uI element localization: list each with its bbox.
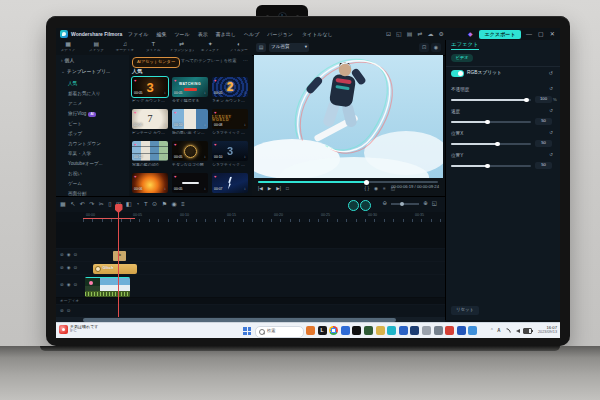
- template-card[interactable]: ♥00:06↓: [132, 173, 168, 195]
- template-card[interactable]: ♥300:05↓ ビッグ カウントダウン: [132, 77, 168, 102]
- project-title[interactable]: タイトルなし: [302, 32, 333, 37]
- heart-icon[interactable]: ♥: [134, 79, 136, 83]
- reset-icon[interactable]: ↺: [549, 109, 553, 113]
- marker-icon[interactable]: ⚑: [162, 201, 167, 207]
- camera-icon[interactable]: ◉: [431, 43, 441, 52]
- slider-handle[interactable]: [495, 142, 500, 147]
- reset-icon[interactable]: ↺: [549, 131, 553, 135]
- timeline-tracks[interactable]: ⊘ ◉ ⊙ fx ⊘ ◉ ⊙ Glitch ビデオ ⊘ ◉ ⊙: [56, 222, 445, 317]
- download-icon[interactable]: ↓: [244, 124, 246, 128]
- slider-track[interactable]: [451, 165, 531, 167]
- sidebar-item-pop[interactable]: ポップ: [68, 132, 82, 137]
- hide-icon[interactable]: ◉: [67, 283, 71, 287]
- heart-icon[interactable]: ♥: [134, 175, 136, 179]
- volume-icon[interactable]: ≡: [383, 187, 386, 192]
- slider-value[interactable]: 50: [535, 140, 552, 147]
- tab-effect-properties[interactable]: エフェクト: [451, 42, 479, 50]
- tab-transitions[interactable]: ⇄トランジション: [170, 40, 194, 53]
- stop-button[interactable]: □: [286, 187, 289, 192]
- sidebar-item-graduation[interactable]: 卒業・入学: [68, 152, 91, 157]
- lock-icon[interactable]: ⊘: [60, 309, 64, 313]
- reset-button[interactable]: リセット: [451, 306, 479, 315]
- wifi-icon[interactable]: [501, 327, 512, 338]
- undo-icon[interactable]: ↶: [80, 201, 85, 207]
- sync-icon[interactable]: ⇄: [417, 31, 422, 37]
- playhead-line[interactable]: [118, 205, 119, 317]
- lock-icon[interactable]: ⊘: [60, 266, 64, 270]
- sidebar-item-beat[interactable]: ビート: [68, 122, 82, 127]
- template-card[interactable]: ♥00:05↓: [172, 173, 208, 195]
- template-card[interactable]: ♥700:06↓ ビンテージ カウントダウン: [132, 109, 168, 134]
- ime-indicator[interactable]: A: [497, 329, 500, 334]
- app-icon-blue2[interactable]: [457, 326, 466, 335]
- volume-icon[interactable]: [516, 329, 520, 333]
- reset-icon[interactable]: ↺: [549, 153, 553, 157]
- zoom-slider[interactable]: [391, 203, 419, 205]
- more-options-icon[interactable]: ⋯: [243, 58, 248, 63]
- render-preview-icon[interactable]: [348, 200, 359, 211]
- preview-viewport[interactable]: [254, 55, 443, 178]
- download-icon[interactable]: ↓: [244, 156, 246, 160]
- app-icon-green[interactable]: [364, 326, 373, 335]
- heart-icon[interactable]: ♥: [174, 111, 176, 115]
- tab-titles[interactable]: Tタイトル: [141, 40, 165, 53]
- premium-icon[interactable]: ◆: [468, 31, 473, 37]
- close-button[interactable]: ✕: [550, 31, 555, 37]
- fullscreen-icon[interactable]: ◱: [391, 187, 395, 192]
- download-icon[interactable]: ↓: [164, 124, 166, 128]
- menu-help[interactable]: ヘルプ: [244, 32, 259, 37]
- tab-filters[interactable]: ◐フィルター: [227, 40, 251, 53]
- record-icon[interactable]: ◉: [172, 201, 177, 207]
- app-icon-gray[interactable]: [422, 326, 431, 335]
- media-icon[interactable]: ▤: [407, 31, 413, 37]
- download-icon[interactable]: ↓: [204, 124, 206, 128]
- template-card[interactable]: ♥00:05↓ モダンなロゴ公開: [172, 141, 208, 166]
- pointer-icon[interactable]: ↖: [70, 201, 75, 207]
- sidebar-item-anime[interactable]: アニメ: [68, 102, 82, 107]
- tab-media[interactable]: ▦メディア: [56, 40, 80, 53]
- app-icon-l[interactable]: L: [318, 326, 327, 335]
- search-input[interactable]: すべてのテンプレートを検索: [181, 59, 236, 63]
- slider-value[interactable]: 50: [535, 162, 552, 169]
- tab-audio[interactable]: ♫オーディオ: [113, 40, 137, 53]
- download-icon[interactable]: ↓: [164, 188, 166, 192]
- slider-track[interactable]: [451, 143, 531, 145]
- text-tool-icon[interactable]: T: [144, 201, 148, 207]
- seek-bar[interactable]: [258, 181, 438, 183]
- slider-track[interactable]: [451, 99, 531, 101]
- keyframe-icon[interactable]: ◧: [126, 201, 132, 207]
- heart-icon[interactable]: ♥: [214, 79, 216, 83]
- menu-edit[interactable]: 編集: [156, 32, 166, 37]
- template-card[interactable]: ♥00:12↓ 写真の壁の紹介: [132, 141, 168, 166]
- slider-handle[interactable]: [485, 120, 490, 125]
- slider-value[interactable]: 100: [535, 96, 552, 103]
- scrollbar-thumb[interactable]: [83, 318, 396, 322]
- app-icon-weather[interactable]: [306, 326, 315, 335]
- menu-tools[interactable]: ツール: [174, 32, 189, 37]
- settings-icon[interactable]: ⚙: [438, 31, 443, 37]
- effect-reset-icon[interactable]: ↺: [549, 71, 553, 76]
- tray-chevron-icon[interactable]: ⌃: [490, 329, 494, 334]
- mark-inout-icon[interactable]: { }: [365, 187, 369, 192]
- menu-version[interactable]: バージョン: [267, 32, 292, 37]
- heart-icon[interactable]: ♥: [174, 175, 176, 179]
- sidebar-item-new-favorites[interactable]: 新着お気に入り: [68, 92, 100, 97]
- download-icon[interactable]: ↓: [164, 92, 166, 96]
- heart-icon[interactable]: ♥: [134, 111, 136, 115]
- download-icon[interactable]: ↓: [164, 156, 166, 160]
- tab-stock[interactable]: ▤ストック: [84, 40, 108, 53]
- app-icon-chrome[interactable]: [329, 326, 338, 335]
- next-frame-button[interactable]: ▶|: [276, 187, 281, 192]
- template-card[interactable]: ♥300:10↓ シネマティック カウントダウン: [212, 141, 248, 166]
- sidebar-item-celebration[interactable]: お祝い: [68, 172, 82, 177]
- redo-icon[interactable]: ↷: [89, 201, 94, 207]
- download-icon[interactable]: ↓: [204, 92, 206, 96]
- sidebar-item-countdown[interactable]: カウントダウン: [68, 142, 101, 147]
- heart-icon[interactable]: ♥: [214, 175, 216, 179]
- layout-icon[interactable]: ⊡: [386, 31, 391, 37]
- video-clip[interactable]: [85, 277, 130, 297]
- app-icon-settings[interactable]: [434, 326, 443, 335]
- export-button[interactable]: エクスポート: [479, 30, 521, 39]
- zoom-out-icon[interactable]: ⊖: [383, 201, 388, 207]
- title-clip[interactable]: Glitch: [93, 264, 137, 274]
